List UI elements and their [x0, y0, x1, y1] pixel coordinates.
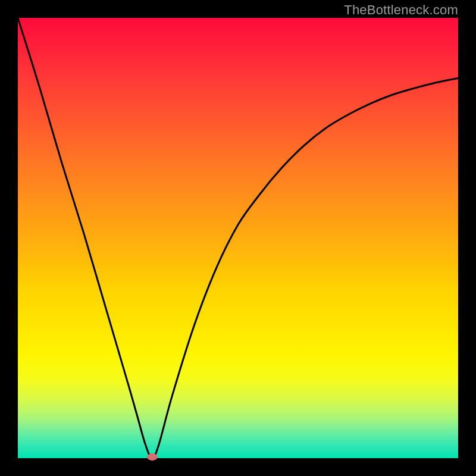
bottleneck-curve: [18, 18, 458, 458]
watermark-text: TheBottleneck.com: [344, 2, 458, 18]
curve-svg: [18, 18, 458, 458]
optimum-marker: [147, 453, 158, 461]
chart-frame: TheBottleneck.com: [0, 0, 476, 476]
plot-area: [18, 18, 458, 458]
